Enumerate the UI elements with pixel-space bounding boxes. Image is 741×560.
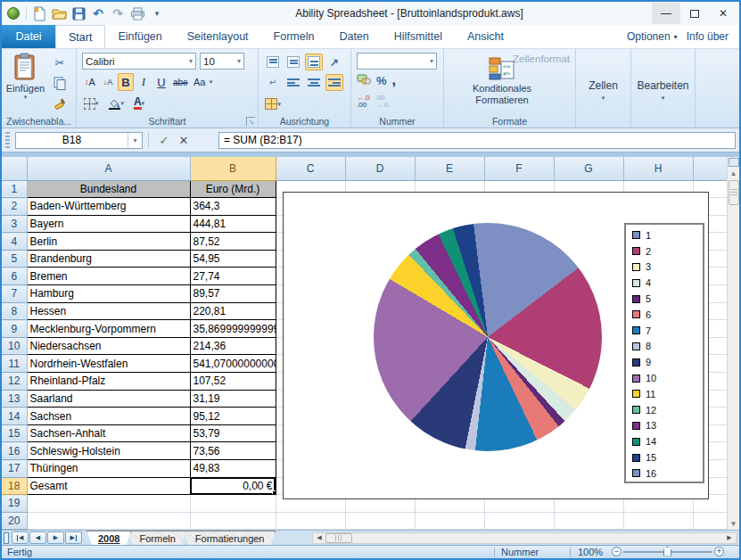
row-header-20[interactable]: 20: [2, 512, 27, 530]
cell-A11[interactable]: Nordrhein-Westfalen: [27, 355, 190, 373]
tab-split-handle[interactable]: [4, 532, 9, 544]
cell-A12[interactable]: Rheinland-Pfalz: [27, 373, 190, 391]
sheet-tab-Formatierungen[interactable]: Formatierungen: [184, 531, 276, 545]
cell-B10[interactable]: 214,36: [190, 337, 276, 355]
cell-A14[interactable]: Sachsen: [27, 408, 190, 425]
row-header-4[interactable]: 4: [2, 233, 27, 251]
cell-C20[interactable]: [276, 512, 345, 530]
prev-sheet-button[interactable]: ◀: [29, 531, 46, 544]
cell-A17[interactable]: Thüringen: [27, 460, 190, 478]
align-top-icon[interactable]: [264, 54, 282, 70]
column-header-E[interactable]: E: [415, 157, 484, 180]
chart-legend[interactable]: 12345678910111213141516: [624, 223, 704, 483]
cell-A3[interactable]: Bayern: [27, 215, 190, 233]
column-header-F[interactable]: F: [484, 157, 554, 180]
row-header-16[interactable]: 16: [2, 442, 27, 460]
zoom-in-icon[interactable]: +: [714, 547, 724, 556]
horizontal-scrollbar[interactable]: ◀ ▶: [312, 532, 737, 544]
maximize-button[interactable]: [680, 3, 709, 24]
format-painter-icon[interactable]: [50, 95, 70, 112]
tab-start[interactable]: Start: [55, 25, 105, 48]
cell-A7[interactable]: Hamburg: [27, 285, 190, 303]
cell-B8[interactable]: 220,81: [190, 302, 276, 320]
fill-color-button[interactable]: ▾: [106, 95, 127, 112]
cell-B5[interactable]: 54,95: [190, 250, 276, 268]
column-header-G[interactable]: G: [554, 157, 623, 180]
italic-button[interactable]: I: [136, 73, 152, 91]
align-center-icon[interactable]: [305, 74, 323, 91]
first-sheet-button[interactable]: ◀: [12, 531, 29, 544]
cancel-icon[interactable]: ✕: [174, 134, 193, 147]
paste-button[interactable]: Einfügen ▾: [4, 53, 46, 115]
row-header-19[interactable]: 19: [2, 495, 27, 513]
comma-format-icon[interactable]: ,: [392, 77, 396, 84]
cell-B6[interactable]: 27,74: [190, 268, 276, 285]
cell-A16[interactable]: Schleswig-Holstein: [27, 442, 190, 460]
tab-formeln[interactable]: Formeln: [261, 25, 327, 48]
name-box-caret-icon[interactable]: ▾: [128, 133, 142, 148]
cell-G20[interactable]: [554, 512, 623, 530]
scrollbar-split-box[interactable]: [729, 158, 739, 167]
font-name-select[interactable]: Calibri ▾: [82, 53, 196, 70]
cell-I20[interactable]: [693, 512, 727, 530]
cell-A18[interactable]: Gesamt: [27, 477, 190, 495]
row-header-3[interactable]: 3: [2, 215, 27, 233]
cell-B3[interactable]: 444,81: [190, 215, 276, 233]
change-case-button[interactable]: Aa: [192, 73, 208, 91]
align-left-icon[interactable]: [284, 74, 302, 91]
cell-B19[interactable]: [190, 495, 276, 513]
cut-icon[interactable]: ✂: [50, 54, 70, 71]
conditional-formatting-button[interactable]: <=≠> KonditionalesFormatieren: [453, 56, 551, 106]
scroll-right-icon[interactable]: ▶: [723, 534, 736, 541]
wrap-text-icon[interactable]: ↵: [264, 74, 282, 91]
cell-E20[interactable]: [415, 512, 484, 530]
close-button[interactable]: ✕: [709, 3, 737, 24]
orientation-icon[interactable]: ↗: [325, 54, 343, 70]
cell-A10[interactable]: Niedersachsen: [27, 337, 190, 355]
cell-B11[interactable]: 541,0700000000000: [190, 355, 276, 373]
cell-F20[interactable]: [484, 512, 554, 530]
formula-input[interactable]: = SUM (B2:B17): [218, 132, 736, 149]
cell-B17[interactable]: 49,83: [190, 460, 276, 478]
font-dialog-launcher-icon[interactable]: ↘: [246, 117, 255, 126]
cell-A6[interactable]: Bremen: [27, 268, 190, 285]
row-header-12[interactable]: 12: [2, 373, 27, 391]
cell-A8[interactable]: Hessen: [27, 302, 190, 320]
cell-A13[interactable]: Saarland: [27, 390, 190, 408]
copy-icon[interactable]: [50, 74, 70, 92]
percent-format-icon[interactable]: %: [376, 74, 387, 87]
merge-cells-button[interactable]: ▾: [264, 95, 282, 112]
cell-B14[interactable]: 95,12: [190, 408, 276, 425]
pie-chart[interactable]: [374, 223, 602, 451]
column-header-D[interactable]: D: [345, 157, 415, 180]
confirm-icon[interactable]: ✓: [154, 134, 174, 147]
grow-font-icon[interactable]: ↕A: [82, 73, 98, 91]
cell-A5[interactable]: Brandenburg: [27, 250, 190, 268]
row-header-8[interactable]: 8: [2, 302, 27, 320]
cell-B20[interactable]: [190, 512, 276, 530]
tab-daten[interactable]: Daten: [326, 25, 381, 48]
cell-B15[interactable]: 53,79: [190, 424, 276, 442]
cell-A20[interactable]: [27, 512, 190, 530]
cell-B4[interactable]: 87,52: [190, 233, 276, 251]
next-sheet-button[interactable]: ▶: [47, 531, 64, 544]
vertical-scroll-thumb[interactable]: [729, 180, 739, 205]
zoom-slider[interactable]: [623, 551, 712, 553]
cell-B16[interactable]: 73,56: [190, 442, 276, 460]
cell-B13[interactable]: 31,19: [190, 390, 276, 408]
tab-seitenlayout[interactable]: Seitenlayout: [175, 25, 261, 48]
zoom-out-icon[interactable]: −: [612, 547, 622, 556]
cell-D20[interactable]: [345, 512, 415, 530]
tab-datei[interactable]: Datei: [2, 25, 55, 48]
row-header-17[interactable]: 17: [2, 460, 27, 478]
minimize-button[interactable]: —: [652, 3, 680, 24]
edit-button[interactable]: Bearbeiten ▾: [631, 79, 695, 102]
sheet-tab-2008[interactable]: 2008: [86, 531, 131, 545]
cell-B1[interactable]: Euro (Mrd.): [190, 180, 276, 198]
column-header-H[interactable]: H: [623, 157, 693, 180]
column-header-C[interactable]: C: [276, 157, 345, 180]
save-icon[interactable]: [70, 4, 87, 22]
row-header-7[interactable]: 7: [2, 285, 27, 303]
tab-hilfsmittel[interactable]: Hilfsmittel: [382, 25, 455, 48]
row-header-13[interactable]: 13: [2, 390, 27, 408]
